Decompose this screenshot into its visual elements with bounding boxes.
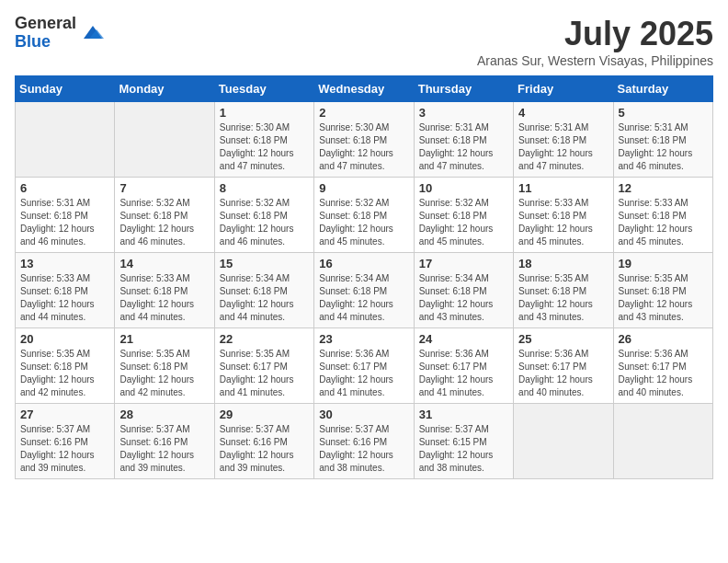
day-info: Sunrise: 5:36 AM Sunset: 6:17 PM Dayligh… [319,348,408,399]
day-info: Sunrise: 5:33 AM Sunset: 6:18 PM Dayligh… [619,197,708,248]
day-cell: 11Sunrise: 5:33 AM Sunset: 6:18 PM Dayli… [514,178,613,253]
day-number: 31 [419,408,508,421]
column-header-saturday: Saturday [613,76,712,102]
logo-general: General [15,15,76,33]
day-cell: 27Sunrise: 5:37 AM Sunset: 6:16 PM Dayli… [16,404,115,479]
day-number: 16 [319,257,408,270]
day-info: Sunrise: 5:37 AM Sunset: 6:16 PM Dayligh… [319,423,408,475]
day-cell: 12Sunrise: 5:33 AM Sunset: 6:18 PM Dayli… [613,178,712,253]
day-number: 27 [20,408,109,421]
day-number: 17 [419,257,508,270]
day-number: 18 [518,257,608,270]
column-header-monday: Monday [115,76,214,102]
day-info: Sunrise: 5:35 AM Sunset: 6:18 PM Dayligh… [119,348,209,399]
day-cell: 21Sunrise: 5:35 AM Sunset: 6:18 PM Dayli… [115,328,214,404]
day-cell: 19Sunrise: 5:35 AM Sunset: 6:18 PM Dayli… [613,253,712,328]
day-info: Sunrise: 5:31 AM Sunset: 6:18 PM Dayligh… [619,121,708,173]
day-cell: 15Sunrise: 5:34 AM Sunset: 6:18 PM Dayli… [214,253,313,328]
day-cell: 29Sunrise: 5:37 AM Sunset: 6:16 PM Dayli… [214,404,313,479]
day-info: Sunrise: 5:35 AM Sunset: 6:18 PM Dayligh… [20,348,109,399]
day-number: 21 [119,332,209,346]
day-number: 15 [220,257,309,270]
day-cell: 18Sunrise: 5:35 AM Sunset: 6:18 PM Dayli… [514,253,613,328]
month-title: July 2025 [477,15,713,53]
week-row-5: 27Sunrise: 5:37 AM Sunset: 6:16 PM Dayli… [16,404,713,479]
day-info: Sunrise: 5:35 AM Sunset: 6:18 PM Dayligh… [518,272,608,324]
day-cell: 5Sunrise: 5:31 AM Sunset: 6:18 PM Daylig… [613,102,712,178]
day-number: 29 [220,408,309,421]
day-info: Sunrise: 5:33 AM Sunset: 6:18 PM Dayligh… [518,197,608,248]
day-info: Sunrise: 5:35 AM Sunset: 6:18 PM Dayligh… [619,272,708,324]
day-number: 2 [319,106,408,120]
day-info: Sunrise: 5:34 AM Sunset: 6:18 PM Dayligh… [220,272,309,324]
day-number: 20 [20,332,109,346]
column-header-tuesday: Tuesday [214,76,313,102]
day-cell: 31Sunrise: 5:37 AM Sunset: 6:15 PM Dayli… [414,404,513,479]
day-cell [115,102,214,178]
day-info: Sunrise: 5:37 AM Sunset: 6:15 PM Dayligh… [419,423,508,475]
calendar-header: SundayMondayTuesdayWednesdayThursdayFrid… [16,76,713,102]
week-row-2: 6Sunrise: 5:31 AM Sunset: 6:18 PM Daylig… [16,178,713,253]
day-cell: 25Sunrise: 5:36 AM Sunset: 6:17 PM Dayli… [514,328,613,404]
day-cell [514,404,613,479]
column-header-sunday: Sunday [16,76,115,102]
day-cell: 17Sunrise: 5:34 AM Sunset: 6:18 PM Dayli… [414,253,513,328]
day-number: 13 [20,257,109,270]
column-header-friday: Friday [514,76,613,102]
header-row: SundayMondayTuesdayWednesdayThursdayFrid… [16,76,713,102]
day-number: 5 [619,106,708,120]
day-cell: 30Sunrise: 5:37 AM Sunset: 6:16 PM Dayli… [314,404,414,479]
day-info: Sunrise: 5:30 AM Sunset: 6:18 PM Dayligh… [220,121,309,173]
day-info: Sunrise: 5:36 AM Sunset: 6:17 PM Dayligh… [419,348,508,399]
day-cell [16,102,115,178]
day-info: Sunrise: 5:32 AM Sunset: 6:18 PM Dayligh… [319,197,408,248]
day-number: 25 [518,332,608,346]
day-number: 7 [119,181,209,195]
week-row-1: 1Sunrise: 5:30 AM Sunset: 6:18 PM Daylig… [16,102,713,178]
day-number: 1 [220,106,309,120]
subtitle: Aranas Sur, Western Visayas, Philippines [477,53,713,68]
day-info: Sunrise: 5:37 AM Sunset: 6:16 PM Dayligh… [119,423,209,475]
calendar-table: SundayMondayTuesdayWednesdayThursdayFrid… [15,75,713,479]
day-info: Sunrise: 5:37 AM Sunset: 6:16 PM Dayligh… [20,423,109,475]
week-row-4: 20Sunrise: 5:35 AM Sunset: 6:18 PM Dayli… [16,328,713,404]
day-info: Sunrise: 5:31 AM Sunset: 6:18 PM Dayligh… [518,121,608,173]
day-cell: 10Sunrise: 5:32 AM Sunset: 6:18 PM Dayli… [414,178,513,253]
day-cell: 20Sunrise: 5:35 AM Sunset: 6:18 PM Dayli… [16,328,115,404]
day-number: 10 [419,181,508,195]
day-number: 3 [419,106,508,120]
day-info: Sunrise: 5:36 AM Sunset: 6:17 PM Dayligh… [619,348,708,399]
day-info: Sunrise: 5:33 AM Sunset: 6:18 PM Dayligh… [20,272,109,324]
day-cell: 22Sunrise: 5:35 AM Sunset: 6:17 PM Dayli… [214,328,313,404]
day-number: 19 [619,257,708,270]
day-number: 9 [319,181,408,195]
day-number: 14 [119,257,209,270]
day-cell: 4Sunrise: 5:31 AM Sunset: 6:18 PM Daylig… [514,102,613,178]
day-number: 28 [119,408,209,421]
day-cell: 1Sunrise: 5:30 AM Sunset: 6:18 PM Daylig… [214,102,313,178]
day-info: Sunrise: 5:36 AM Sunset: 6:17 PM Dayligh… [518,348,608,399]
day-cell: 13Sunrise: 5:33 AM Sunset: 6:18 PM Dayli… [16,253,115,328]
day-number: 24 [419,332,508,346]
day-info: Sunrise: 5:31 AM Sunset: 6:18 PM Dayligh… [419,121,508,173]
logo: General Blue [15,15,106,52]
day-cell: 6Sunrise: 5:31 AM Sunset: 6:18 PM Daylig… [16,178,115,253]
day-info: Sunrise: 5:32 AM Sunset: 6:18 PM Dayligh… [419,197,508,248]
day-cell: 8Sunrise: 5:32 AM Sunset: 6:18 PM Daylig… [214,178,313,253]
day-cell: 23Sunrise: 5:36 AM Sunset: 6:17 PM Dayli… [314,328,414,404]
day-number: 30 [319,408,408,421]
title-area: July 2025 Aranas Sur, Western Visayas, P… [477,15,713,68]
day-number: 12 [619,181,708,195]
day-cell: 16Sunrise: 5:34 AM Sunset: 6:18 PM Dayli… [314,253,414,328]
day-info: Sunrise: 5:37 AM Sunset: 6:16 PM Dayligh… [220,423,309,475]
day-cell: 24Sunrise: 5:36 AM Sunset: 6:17 PM Dayli… [414,328,513,404]
day-cell [613,404,712,479]
day-info: Sunrise: 5:34 AM Sunset: 6:18 PM Dayligh… [419,272,508,324]
day-info: Sunrise: 5:33 AM Sunset: 6:18 PM Dayligh… [119,272,209,324]
week-row-3: 13Sunrise: 5:33 AM Sunset: 6:18 PM Dayli… [16,253,713,328]
day-number: 11 [518,181,608,195]
logo-blue: Blue [15,33,76,52]
day-number: 6 [20,181,109,195]
day-cell: 26Sunrise: 5:36 AM Sunset: 6:17 PM Dayli… [613,328,712,404]
day-number: 23 [319,332,408,346]
